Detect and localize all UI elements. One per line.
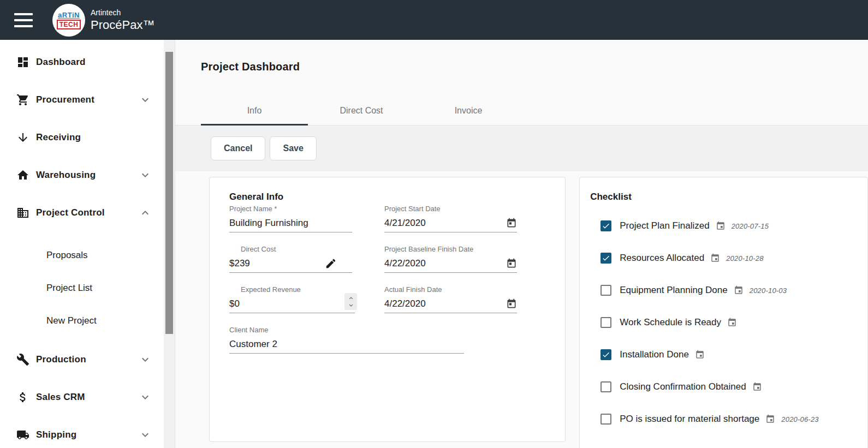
chevron-down-icon: [139, 353, 152, 366]
calendar-icon[interactable]: [765, 414, 775, 424]
field-expected-revenue: Expected Revenue $0: [229, 285, 384, 313]
chevron-up-icon: [139, 206, 152, 219]
checkbox[interactable]: [601, 414, 611, 425]
checkbox[interactable]: [601, 253, 611, 264]
field-label: Direct Cost: [229, 245, 384, 253]
chevron-down-icon: [139, 391, 152, 404]
calendar-icon[interactable]: [506, 298, 517, 309]
field-label: Project Baseline Finish Date: [384, 245, 526, 253]
calendar-icon[interactable]: [506, 218, 517, 229]
sidebar-item-label: Receiving: [36, 132, 152, 143]
field-project-start-date: Project Start Date 4/21/2020: [384, 205, 526, 232]
actual-finish-date-input[interactable]: 4/22/2020: [384, 295, 517, 313]
tab-direct-cost[interactable]: Direct Cost: [308, 96, 415, 125]
project-control-submenu: Proposals Project List New Project: [0, 239, 164, 337]
checklist-heading: Checklist: [590, 192, 867, 202]
calendar-icon[interactable]: [734, 285, 744, 295]
checklist-date: 2020-06-23: [781, 415, 819, 423]
calendar-icon[interactable]: [716, 221, 726, 231]
hamburger-menu-button[interactable]: [14, 13, 33, 27]
calendar-icon[interactable]: [752, 382, 762, 392]
check-icon: [602, 350, 610, 359]
project-name-input[interactable]: Building Furnishing: [229, 214, 352, 232]
field-label: Expected Revenue: [229, 285, 384, 294]
checklist-date: 2020-10-28: [726, 254, 764, 262]
brand-text: Artintech ProcéPax™: [91, 8, 154, 33]
save-button[interactable]: Save: [270, 136, 316, 160]
field-project-name: Project Name * Building Furnishing: [229, 205, 384, 232]
number-stepper[interactable]: [344, 293, 357, 310]
sidebar-item-project-list[interactable]: Project List: [0, 272, 164, 304]
sidebar-item-label: Dashboard: [36, 57, 152, 68]
sidebar-item-proposals[interactable]: Proposals: [0, 239, 164, 272]
checklist-item: Project Plan Finalized 2020-07-15: [601, 219, 867, 233]
arrow-down-icon: [16, 131, 29, 144]
check-icon: [602, 254, 610, 262]
sidebar-scrollbar[interactable]: [164, 40, 175, 448]
page-title: Project Dashboard: [201, 61, 868, 73]
calendar-icon[interactable]: [506, 258, 517, 269]
calendar-icon[interactable]: [695, 350, 705, 360]
sidebar-item-new-project[interactable]: New Project: [0, 304, 164, 337]
expected-revenue-input[interactable]: $0: [229, 295, 355, 313]
project-start-date-input[interactable]: 4/21/2020: [384, 214, 517, 232]
sidebar-item-production[interactable]: Production: [0, 341, 164, 378]
truck-icon: [16, 428, 29, 441]
checkbox[interactable]: [601, 285, 611, 296]
sidebar-item-project-control[interactable]: Project Control: [0, 194, 164, 231]
sidebar-item-label: Warehousing: [36, 170, 139, 181]
wrench-icon: [16, 353, 29, 366]
check-icon: [602, 222, 610, 230]
field-label: Client Name: [229, 326, 526, 334]
logo-text-tech: TECH: [57, 20, 81, 29]
logo-text-artin: aRTiN: [58, 11, 80, 19]
baseline-finish-date-input[interactable]: 4/22/2020: [384, 255, 517, 273]
sidebar-item-warehousing[interactable]: Warehousing: [0, 156, 164, 194]
field-label: Project Start Date: [384, 205, 526, 213]
sidebar-item-dashboard[interactable]: Dashboard: [0, 43, 164, 81]
sidebar-item-shipping[interactable]: Shipping: [0, 416, 164, 448]
sidebar-item-procurement[interactable]: Procurement: [0, 81, 164, 118]
field-actual-finish-date: Actual Finish Date 4/22/2020: [384, 285, 526, 313]
checklist-item: Closing Confirmation Obtained: [601, 380, 867, 394]
cart-icon: [16, 93, 29, 106]
calendar-icon[interactable]: [727, 318, 737, 327]
checklist-item: Work Schedule is Ready: [601, 315, 867, 330]
sidebar-item-label: Sales CRM: [36, 392, 139, 403]
checklist-item: Resources Allocated 2020-10-28: [601, 251, 867, 265]
checkbox[interactable]: [601, 317, 611, 328]
direct-cost-input[interactable]: $239: [229, 255, 352, 273]
dollar-icon: [16, 391, 29, 404]
tab-info[interactable]: Info: [201, 96, 308, 125]
checklist-item: PO is issued for material shortage 2020-…: [601, 412, 867, 426]
app-header: aRTiN TECH Artintech ProcéPax™: [0, 0, 868, 40]
chevron-down-icon: [139, 169, 152, 182]
field-baseline-finish-date: Project Baseline Finish Date 4/22/2020: [384, 245, 526, 273]
checkbox[interactable]: [601, 349, 611, 360]
checklist-item: Equipment Planning Done 2020-10-03: [601, 283, 867, 297]
chevron-down-icon: [139, 93, 152, 106]
stepper-up-icon: [347, 295, 355, 302]
checkbox[interactable]: [601, 220, 611, 231]
edit-pencil-icon[interactable]: [325, 258, 337, 270]
calendar-icon[interactable]: [710, 253, 720, 263]
dashboard-icon: [16, 56, 29, 69]
tab-bar: Info Direct Cost Invoice: [175, 96, 868, 126]
sidebar-item-receiving[interactable]: Receiving: [0, 118, 164, 156]
client-name-input[interactable]: Customer 2: [229, 336, 464, 354]
app-root: aRTiN TECH Artintech ProcéPax™ Dashboard…: [0, 0, 868, 448]
sidebar-item-sales-crm[interactable]: Sales CRM: [0, 378, 164, 416]
main-content: Project Dashboard Info Direct Cost Invoi…: [175, 40, 868, 448]
sidebar-item-label: Procurement: [36, 94, 139, 105]
checkbox[interactable]: [601, 381, 611, 392]
field-client-name: Client Name Customer 2: [229, 326, 526, 354]
checklist-card: Checklist Project Plan Finalized 2020-07…: [579, 177, 868, 448]
scrollbar-thumb[interactable]: [165, 52, 173, 334]
hamburger-icon: [14, 13, 33, 15]
tab-invoice[interactable]: Invoice: [415, 96, 522, 125]
cancel-button[interactable]: Cancel: [211, 136, 265, 160]
sidebar-item-label: Shipping: [36, 429, 139, 440]
field-label: Project Name *: [229, 205, 384, 213]
company-name: Artintech: [91, 8, 154, 17]
general-info-card: General Info Project Name * Building Fur…: [209, 177, 566, 442]
